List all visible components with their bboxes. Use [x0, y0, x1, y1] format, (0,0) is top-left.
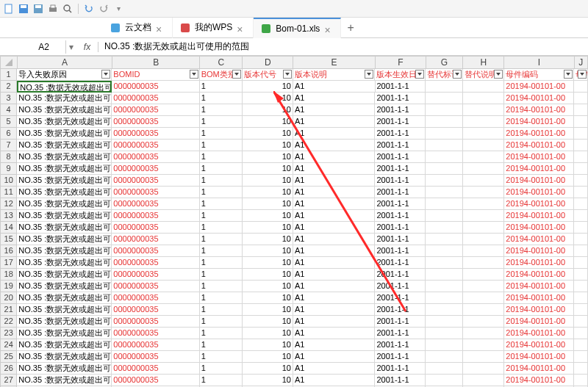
cell[interactable]: 10 — [243, 245, 293, 257]
cell[interactable]: 1 — [200, 187, 243, 198]
cell[interactable]: NO.35 :数据无效或超出可 — [17, 281, 112, 292]
toolbar-overflow-icon[interactable]: ▾ — [112, 3, 124, 15]
cell[interactable] — [574, 234, 588, 245]
cell[interactable]: 10 — [243, 339, 293, 351]
header-cell[interactable]: 导入失败原因 — [17, 69, 112, 81]
cell[interactable] — [463, 93, 504, 104]
cell[interactable]: NO.35 :数据无效或超出可 — [17, 128, 112, 140]
cell[interactable]: 1 — [200, 328, 243, 339]
cell[interactable]: 20194-00101-00 — [504, 281, 574, 292]
cell[interactable]: NO.35 :数据无效或超出可 — [17, 257, 112, 269]
cell[interactable]: 0000000035 — [112, 328, 199, 339]
cell[interactable]: 0000000035 — [112, 163, 199, 175]
cell[interactable]: 2001-1-1 — [375, 339, 426, 351]
filter-icon[interactable] — [494, 70, 503, 79]
close-icon[interactable]: × — [156, 23, 165, 32]
cell[interactable]: A1 — [293, 163, 376, 175]
cell[interactable]: 2001-1-1 — [375, 163, 426, 175]
cell[interactable]: 0000000035 — [112, 198, 199, 210]
cell[interactable] — [426, 222, 463, 234]
cell[interactable] — [463, 281, 504, 292]
cell[interactable]: 2001-1-1 — [375, 198, 426, 210]
cell[interactable] — [574, 304, 588, 316]
cell[interactable]: 10 — [243, 187, 293, 198]
cell[interactable] — [426, 234, 463, 245]
cell[interactable]: 1 — [200, 128, 243, 140]
cell[interactable]: 2001-1-1 — [375, 269, 426, 281]
cell[interactable]: NO.35 :数据无效或超出可 — [17, 93, 112, 104]
undo-icon[interactable] — [83, 3, 95, 15]
cell[interactable]: 2001-1-1 — [375, 140, 426, 151]
cell[interactable] — [574, 163, 588, 175]
cell[interactable]: 1 — [200, 163, 243, 175]
cell[interactable] — [574, 363, 588, 375]
cell[interactable] — [463, 245, 504, 257]
cell[interactable]: 2001-1-1 — [375, 316, 426, 328]
row-header[interactable]: 17 — [0, 257, 17, 269]
row-header[interactable]: 3 — [0, 93, 17, 104]
cell[interactable]: 1 — [200, 339, 243, 351]
row-header[interactable]: 8 — [0, 151, 17, 163]
cell[interactable]: 1 — [200, 257, 243, 269]
cell[interactable]: NO.35 :数据无效或超出可 — [17, 198, 112, 210]
row-header[interactable]: 25 — [0, 351, 17, 363]
cell[interactable]: 20194-00101-00 — [504, 175, 574, 187]
cell[interactable] — [463, 339, 504, 351]
cell[interactable]: 10 — [243, 210, 293, 222]
cell[interactable] — [463, 234, 504, 245]
cell[interactable]: 0000000035 — [112, 116, 199, 128]
cell[interactable]: 0000000035 — [112, 175, 199, 187]
row-header[interactable]: 9 — [0, 163, 17, 175]
cell[interactable]: 2001-1-1 — [376, 81, 426, 93]
cell[interactable]: 0000000035 — [112, 140, 199, 151]
cell[interactable]: 20194-00101-00 — [504, 269, 574, 281]
cell[interactable]: 10 — [243, 140, 293, 151]
cell[interactable] — [426, 328, 463, 339]
cell[interactable]: NO.35 :数据无效或超出可 — [17, 104, 112, 116]
cell[interactable] — [426, 140, 463, 151]
cell[interactable] — [574, 316, 588, 328]
cell[interactable]: A1 — [293, 363, 376, 375]
cell[interactable]: 0000000035 — [112, 187, 199, 198]
cell[interactable]: 2001-1-1 — [375, 292, 426, 304]
cell[interactable] — [463, 116, 504, 128]
cell[interactable]: 20194-00101-00 — [504, 245, 574, 257]
cell[interactable]: 2001-1-1 — [375, 351, 426, 363]
cell[interactable]: 1 — [200, 363, 243, 375]
cell[interactable] — [574, 116, 588, 128]
cell[interactable] — [574, 281, 588, 292]
col-header-B[interactable]: B — [112, 56, 200, 69]
cell[interactable] — [426, 187, 463, 198]
cell[interactable]: 1 — [200, 151, 243, 163]
save-icon[interactable] — [18, 3, 29, 15]
cell-reference-box[interactable]: A2 — [22, 40, 66, 54]
row-header[interactable]: 5 — [0, 116, 17, 128]
cell[interactable] — [426, 375, 463, 386]
formula-input[interactable]: NO.35 :数据无效或超出可使用的范围 — [98, 39, 588, 54]
cell[interactable] — [426, 163, 463, 175]
cell[interactable]: 20194-00101-00 — [504, 198, 574, 210]
cell[interactable]: A1 — [293, 328, 376, 339]
header-cell[interactable]: BOMID — [112, 69, 199, 81]
cell[interactable]: 2001-1-1 — [375, 104, 426, 116]
cell[interactable]: NO.35 :数据无效或超出可 — [17, 339, 112, 351]
cell[interactable]: 1 — [200, 198, 243, 210]
cell[interactable]: 2001-1-1 — [375, 93, 426, 104]
cell[interactable]: 2001-1-1 — [375, 281, 426, 292]
cell[interactable]: 1 — [200, 93, 243, 104]
col-header-A[interactable]: A — [18, 56, 112, 69]
cell[interactable]: NO.35 :数据无效或超出可 — [17, 375, 112, 386]
cell[interactable] — [426, 93, 463, 104]
cell[interactable] — [426, 104, 463, 116]
cell[interactable] — [574, 198, 588, 210]
cell[interactable]: A1 — [293, 151, 376, 163]
cell[interactable]: NO.35 :数据无效或超出可 — [17, 245, 112, 257]
cell[interactable] — [426, 151, 463, 163]
cell[interactable]: NO.35 :数据无效或超出可 — [17, 81, 112, 93]
cell[interactable]: 1 — [200, 269, 243, 281]
row-header[interactable]: 20 — [0, 292, 17, 304]
cell[interactable] — [426, 81, 463, 93]
cell[interactable]: NO.35 :数据无效或超出可 — [17, 210, 112, 222]
cell[interactable]: 20194-00101-00 — [504, 151, 574, 163]
header-cell[interactable]: 版本说明 — [293, 69, 376, 81]
